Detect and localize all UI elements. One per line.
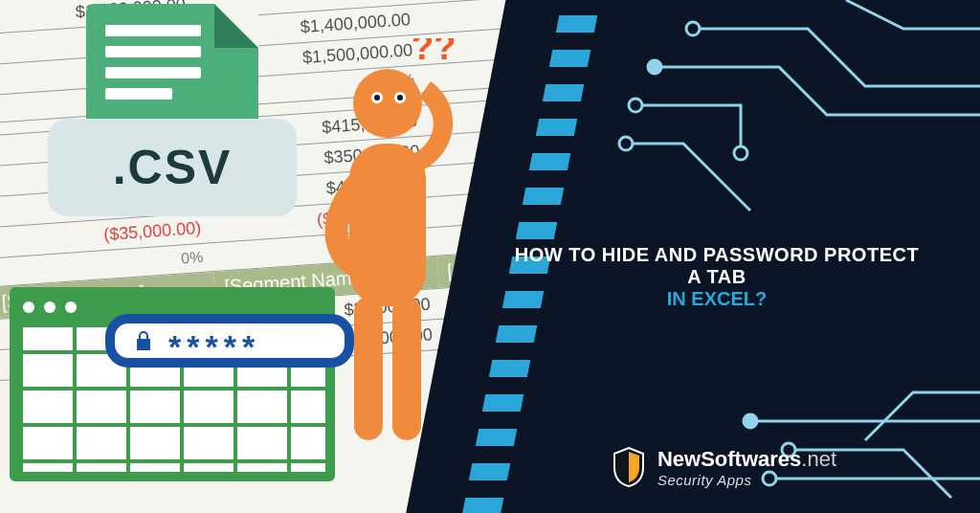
- svg-point-3: [374, 95, 380, 100]
- headline-line1: HOW TO HIDE AND PASSWORD PROTECT A TAB: [511, 244, 923, 288]
- shield-icon: [612, 446, 646, 488]
- lock-icon: [132, 329, 155, 352]
- svg-point-0: [353, 69, 422, 138]
- headline: HOW TO HIDE AND PASSWORD PROTECT A TAB I…: [511, 244, 923, 310]
- csv-file-icon: .CSV: [48, 4, 287, 253]
- brand-name-main: NewSoftwares: [657, 447, 801, 471]
- brand-logo: NewSoftwares.net Security Apps: [612, 446, 836, 488]
- brand-name-suffix: .net: [801, 447, 836, 471]
- question-marks-icon: ??: [412, 38, 456, 67]
- password-stars: *****: [168, 328, 260, 366]
- svg-rect-5: [349, 144, 426, 306]
- svg-rect-6: [354, 297, 383, 440]
- csv-extension-label: .CSV: [48, 119, 297, 216]
- svg-point-4: [397, 95, 403, 100]
- brand-tagline: Security Apps: [657, 472, 836, 488]
- svg-rect-7: [392, 297, 421, 440]
- brand-name: NewSoftwares.net: [657, 447, 836, 472]
- file-lines-icon: [105, 25, 201, 109]
- headline-line2: IN EXCEL?: [511, 288, 923, 310]
